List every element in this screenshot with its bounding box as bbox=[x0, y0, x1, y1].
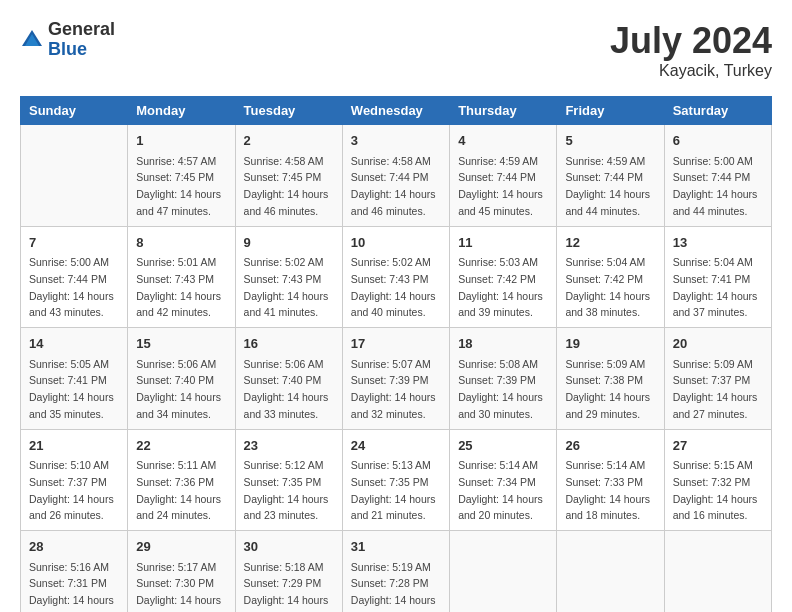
day-number: 13 bbox=[673, 233, 763, 253]
day-number: 24 bbox=[351, 436, 441, 456]
day-info: Sunrise: 5:00 AMSunset: 7:44 PMDaylight:… bbox=[29, 256, 114, 318]
day-cell: 20 Sunrise: 5:09 AMSunset: 7:37 PMDaylig… bbox=[664, 328, 771, 430]
day-cell: 11 Sunrise: 5:03 AMSunset: 7:42 PMDaylig… bbox=[450, 226, 557, 328]
logo-general-text: General bbox=[48, 20, 115, 40]
page-header: General Blue July 2024 Kayacik, Turkey bbox=[20, 20, 772, 80]
day-cell: 13 Sunrise: 5:04 AMSunset: 7:41 PMDaylig… bbox=[664, 226, 771, 328]
day-number: 28 bbox=[29, 537, 119, 557]
day-cell: 27 Sunrise: 5:15 AMSunset: 7:32 PMDaylig… bbox=[664, 429, 771, 531]
day-info: Sunrise: 5:13 AMSunset: 7:35 PMDaylight:… bbox=[351, 459, 436, 521]
day-cell: 23 Sunrise: 5:12 AMSunset: 7:35 PMDaylig… bbox=[235, 429, 342, 531]
day-cell: 22 Sunrise: 5:11 AMSunset: 7:36 PMDaylig… bbox=[128, 429, 235, 531]
logo-icon bbox=[20, 28, 44, 52]
day-info: Sunrise: 5:17 AMSunset: 7:30 PMDaylight:… bbox=[136, 561, 221, 613]
day-cell: 29 Sunrise: 5:17 AMSunset: 7:30 PMDaylig… bbox=[128, 531, 235, 613]
day-info: Sunrise: 5:19 AMSunset: 7:28 PMDaylight:… bbox=[351, 561, 436, 613]
day-number: 23 bbox=[244, 436, 334, 456]
day-number: 2 bbox=[244, 131, 334, 151]
calendar-table: Sunday Monday Tuesday Wednesday Thursday… bbox=[20, 96, 772, 612]
day-cell bbox=[21, 125, 128, 227]
day-number: 1 bbox=[136, 131, 226, 151]
month-year-title: July 2024 bbox=[610, 20, 772, 62]
day-cell: 9 Sunrise: 5:02 AMSunset: 7:43 PMDayligh… bbox=[235, 226, 342, 328]
day-info: Sunrise: 5:07 AMSunset: 7:39 PMDaylight:… bbox=[351, 358, 436, 420]
day-number: 19 bbox=[565, 334, 655, 354]
day-number: 30 bbox=[244, 537, 334, 557]
day-info: Sunrise: 4:58 AMSunset: 7:45 PMDaylight:… bbox=[244, 155, 329, 217]
day-number: 20 bbox=[673, 334, 763, 354]
day-cell: 16 Sunrise: 5:06 AMSunset: 7:40 PMDaylig… bbox=[235, 328, 342, 430]
day-info: Sunrise: 4:57 AMSunset: 7:45 PMDaylight:… bbox=[136, 155, 221, 217]
day-cell bbox=[664, 531, 771, 613]
day-number: 31 bbox=[351, 537, 441, 557]
day-cell: 10 Sunrise: 5:02 AMSunset: 7:43 PMDaylig… bbox=[342, 226, 449, 328]
day-info: Sunrise: 5:00 AMSunset: 7:44 PMDaylight:… bbox=[673, 155, 758, 217]
day-info: Sunrise: 5:04 AMSunset: 7:42 PMDaylight:… bbox=[565, 256, 650, 318]
location-subtitle: Kayacik, Turkey bbox=[610, 62, 772, 80]
day-cell: 2 Sunrise: 4:58 AMSunset: 7:45 PMDayligh… bbox=[235, 125, 342, 227]
week-row-2: 7 Sunrise: 5:00 AMSunset: 7:44 PMDayligh… bbox=[21, 226, 772, 328]
day-number: 8 bbox=[136, 233, 226, 253]
day-cell bbox=[450, 531, 557, 613]
day-cell: 24 Sunrise: 5:13 AMSunset: 7:35 PMDaylig… bbox=[342, 429, 449, 531]
day-number: 16 bbox=[244, 334, 334, 354]
day-number: 4 bbox=[458, 131, 548, 151]
day-info: Sunrise: 5:01 AMSunset: 7:43 PMDaylight:… bbox=[136, 256, 221, 318]
day-number: 14 bbox=[29, 334, 119, 354]
day-number: 11 bbox=[458, 233, 548, 253]
day-number: 3 bbox=[351, 131, 441, 151]
week-row-5: 28 Sunrise: 5:16 AMSunset: 7:31 PMDaylig… bbox=[21, 531, 772, 613]
day-cell: 6 Sunrise: 5:00 AMSunset: 7:44 PMDayligh… bbox=[664, 125, 771, 227]
day-number: 22 bbox=[136, 436, 226, 456]
day-cell: 18 Sunrise: 5:08 AMSunset: 7:39 PMDaylig… bbox=[450, 328, 557, 430]
day-number: 15 bbox=[136, 334, 226, 354]
header-friday: Friday bbox=[557, 97, 664, 125]
header-sunday: Sunday bbox=[21, 97, 128, 125]
day-info: Sunrise: 5:14 AMSunset: 7:34 PMDaylight:… bbox=[458, 459, 543, 521]
day-number: 5 bbox=[565, 131, 655, 151]
day-cell: 25 Sunrise: 5:14 AMSunset: 7:34 PMDaylig… bbox=[450, 429, 557, 531]
day-cell: 4 Sunrise: 4:59 AMSunset: 7:44 PMDayligh… bbox=[450, 125, 557, 227]
day-cell: 12 Sunrise: 5:04 AMSunset: 7:42 PMDaylig… bbox=[557, 226, 664, 328]
day-cell: 5 Sunrise: 4:59 AMSunset: 7:44 PMDayligh… bbox=[557, 125, 664, 227]
day-number: 26 bbox=[565, 436, 655, 456]
day-cell: 31 Sunrise: 5:19 AMSunset: 7:28 PMDaylig… bbox=[342, 531, 449, 613]
day-info: Sunrise: 4:59 AMSunset: 7:44 PMDaylight:… bbox=[458, 155, 543, 217]
week-row-4: 21 Sunrise: 5:10 AMSunset: 7:37 PMDaylig… bbox=[21, 429, 772, 531]
day-number: 10 bbox=[351, 233, 441, 253]
day-info: Sunrise: 5:15 AMSunset: 7:32 PMDaylight:… bbox=[673, 459, 758, 521]
day-cell: 8 Sunrise: 5:01 AMSunset: 7:43 PMDayligh… bbox=[128, 226, 235, 328]
day-info: Sunrise: 5:05 AMSunset: 7:41 PMDaylight:… bbox=[29, 358, 114, 420]
day-number: 29 bbox=[136, 537, 226, 557]
day-info: Sunrise: 5:06 AMSunset: 7:40 PMDaylight:… bbox=[136, 358, 221, 420]
day-info: Sunrise: 5:02 AMSunset: 7:43 PMDaylight:… bbox=[351, 256, 436, 318]
day-cell: 21 Sunrise: 5:10 AMSunset: 7:37 PMDaylig… bbox=[21, 429, 128, 531]
day-info: Sunrise: 5:04 AMSunset: 7:41 PMDaylight:… bbox=[673, 256, 758, 318]
day-number: 17 bbox=[351, 334, 441, 354]
day-info: Sunrise: 4:58 AMSunset: 7:44 PMDaylight:… bbox=[351, 155, 436, 217]
day-info: Sunrise: 5:09 AMSunset: 7:38 PMDaylight:… bbox=[565, 358, 650, 420]
title-area: July 2024 Kayacik, Turkey bbox=[610, 20, 772, 80]
day-info: Sunrise: 5:10 AMSunset: 7:37 PMDaylight:… bbox=[29, 459, 114, 521]
day-info: Sunrise: 5:08 AMSunset: 7:39 PMDaylight:… bbox=[458, 358, 543, 420]
day-info: Sunrise: 5:03 AMSunset: 7:42 PMDaylight:… bbox=[458, 256, 543, 318]
header-thursday: Thursday bbox=[450, 97, 557, 125]
day-info: Sunrise: 5:09 AMSunset: 7:37 PMDaylight:… bbox=[673, 358, 758, 420]
week-row-3: 14 Sunrise: 5:05 AMSunset: 7:41 PMDaylig… bbox=[21, 328, 772, 430]
day-cell bbox=[557, 531, 664, 613]
day-cell: 15 Sunrise: 5:06 AMSunset: 7:40 PMDaylig… bbox=[128, 328, 235, 430]
day-info: Sunrise: 5:06 AMSunset: 7:40 PMDaylight:… bbox=[244, 358, 329, 420]
logo-blue-text: Blue bbox=[48, 40, 115, 60]
day-cell: 30 Sunrise: 5:18 AMSunset: 7:29 PMDaylig… bbox=[235, 531, 342, 613]
day-number: 21 bbox=[29, 436, 119, 456]
day-number: 7 bbox=[29, 233, 119, 253]
header-saturday: Saturday bbox=[664, 97, 771, 125]
day-info: Sunrise: 5:18 AMSunset: 7:29 PMDaylight:… bbox=[244, 561, 329, 613]
day-number: 6 bbox=[673, 131, 763, 151]
day-number: 27 bbox=[673, 436, 763, 456]
day-info: Sunrise: 4:59 AMSunset: 7:44 PMDaylight:… bbox=[565, 155, 650, 217]
header-tuesday: Tuesday bbox=[235, 97, 342, 125]
day-cell: 17 Sunrise: 5:07 AMSunset: 7:39 PMDaylig… bbox=[342, 328, 449, 430]
day-cell: 28 Sunrise: 5:16 AMSunset: 7:31 PMDaylig… bbox=[21, 531, 128, 613]
header-wednesday: Wednesday bbox=[342, 97, 449, 125]
